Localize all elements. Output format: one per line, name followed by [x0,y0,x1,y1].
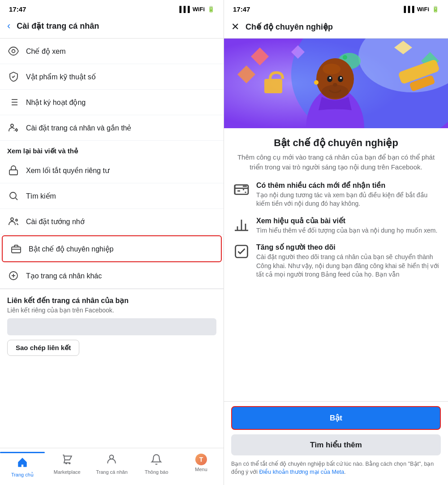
right-panel: 17:47 ▐▐▐ WiFi 🔋 ✕ Chế độ chuyên nghiệp [224,0,448,485]
link-bar [7,318,216,335]
left-status-icons: ▐▐▐ WiFi 🔋 [177,6,215,13]
menu-label-nhat-ky: Nhật ký hoạt động [26,98,86,107]
left-header: ‹ Cài đặt trang cá nhân [0,16,224,39]
svg-point-35 [323,64,340,74]
svg-point-19 [110,455,114,459]
nav-item-trang-chu[interactable]: Trang chủ [0,452,45,478]
feature-followers-text: Tăng số người theo dõi Cài đặt người the… [256,243,439,279]
search-icon [7,190,20,202]
right-battery-icon: 🔋 [432,6,439,13]
learn-more-button[interactable]: Tìm hiểu thêm [231,434,441,455]
left-panel: 17:47 ▐▐▐ WiFi 🔋 ‹ Cài đặt trang cá nhân… [0,0,224,485]
feature-insights-title: Xem hiệu quả của bài viết [256,217,437,225]
right-main-title: Bật chế độ chuyên nghiệp [233,137,439,149]
battery-icon: 🔋 [207,6,215,13]
right-wifi-icon: WiFi [417,6,429,13]
menu-item-xem-loi-tat[interactable]: Xem lối tắt quyền riêng tư [0,158,224,183]
bell-icon [151,454,162,468]
svg-rect-28 [264,79,282,93]
svg-point-0 [12,50,15,53]
right-status-icons: ▐▐▐ WiFi 🔋 [402,6,439,13]
menu-item-cai-dat-tuong-nho[interactable]: Cài đặt tướng nhớ [0,209,224,234]
svg-point-38 [338,76,343,82]
menu-avatar: T [195,454,207,465]
copy-link-button[interactable]: Sao chép liên kết [7,340,79,356]
lock-icon [7,164,20,177]
svg-point-39 [329,77,331,79]
link-section: Liên kết đến trang cá nhân của bạn Liên … [0,289,224,360]
feature-earn-money-title: Có thêm nhiều cách mới để nhận tiền [256,181,439,190]
svg-point-40 [340,77,342,79]
svg-point-36 [322,85,349,98]
nav-label-menu: Menu [195,467,207,472]
svg-line-11 [16,198,17,200]
feature-insights-desc: Tìm hiểu thêm về đối tượng của bạn và nộ… [256,226,437,235]
checkmark-icon [233,243,250,260]
svg-rect-9 [9,170,17,175]
footer-note: Bạn có thể tắt chế độ chuyên nghiệp bất … [231,460,441,476]
hero-image-content [224,39,448,128]
plus-circle-icon [7,269,20,282]
person-gear-icon [7,121,20,134]
feature-followers-desc: Cài đặt người theo dõi trang cá nhân của… [256,253,439,279]
nav-label-ca-nhan: Trang cá nhân [96,469,128,475]
close-button[interactable]: ✕ [231,21,239,33]
briefcase-icon [10,242,22,255]
feature-followers: Tăng số người theo dõi Cài đặt người the… [233,243,439,279]
right-footer: Bật Tìm hiểu thêm Bạn có thể tắt chế độ … [224,401,448,485]
right-status-bar: 17:47 ▐▐▐ WiFi 🔋 [224,0,448,16]
right-signal-icon: ▐▐▐ [402,6,414,13]
money-icon [233,181,250,198]
nav-item-thong-bao[interactable]: Thông báo [134,452,179,478]
menu-item-vat-pham[interactable]: Vật phẩm kỹ thuật số [0,64,224,90]
menu-label-tim-kiem: Tìm kiếm [26,192,56,200]
meta-terms-link[interactable]: Điều khoản thương mại của Meta [259,469,345,475]
hero-image [224,39,448,128]
menu-item-bat-chuyen-nghiep[interactable]: Bật chế độ chuyên nghiệp [2,235,222,262]
right-page-title: Chế độ chuyên nghiệp [246,22,333,32]
svg-rect-14 [12,247,21,253]
svg-point-37 [327,76,332,82]
section-label-review: Xem lại bài viết và thẻ [0,141,224,158]
nav-label-thong-bao: Thông báo [145,469,168,475]
feature-earn-money-desc: Tạo nội dung tương tác và xem bạn đủ điề… [256,191,439,208]
nav-label-trang-chu: Trang chủ [11,472,34,478]
back-button[interactable]: ‹ [7,20,10,32]
wifi-icon: WiFi [193,6,205,13]
feature-post-insights-text: Xem hiệu quả của bài viết Tìm hiểu thêm … [256,217,437,235]
nav-item-marketplace[interactable]: Marketplace [45,452,90,478]
menu-item-cai-dat-ca-nhan[interactable]: Cài đặt trang cá nhân và gắn thẻ [0,115,224,141]
nav-item-ca-nhan[interactable]: Trang cá nhân [90,452,134,478]
person-icon [106,454,117,468]
svg-point-41 [333,83,337,87]
left-page-title: Cài đặt trang cá nhân [17,21,99,31]
menu-label-bat-chuyen-nghiep: Bật chế độ chuyên nghiệp [29,245,113,253]
feature-earn-money-text: Có thêm nhiều cách mới để nhận tiền Tạo … [256,181,439,208]
svg-point-7 [11,124,13,127]
right-subtitle: Thêm công cụ mới vào trang cá nhân của b… [233,152,439,172]
home-icon [17,456,28,471]
link-section-subtitle: Liên kết riêng của bạn trên Facebook. [7,307,216,314]
nav-label-marketplace: Marketplace [54,469,81,475]
menu-label-cai-dat-tuong-nho: Cài đặt tướng nhớ [26,217,85,226]
right-content: Bật chế độ chuyên nghiệp Thêm công cụ mớ… [224,128,448,401]
menu-label-che-do-xem: Chế độ xem [26,47,65,56]
hero-illustration [224,39,448,128]
menu-item-che-do-xem[interactable]: Chế độ xem [0,39,224,64]
signal-icon: ▐▐▐ [177,6,190,13]
menu-item-tim-kiem[interactable]: Tìm kiếm [0,183,224,209]
shop-icon [61,454,73,468]
nav-item-menu[interactable]: T Menu [179,452,224,478]
right-time: 17:47 [233,5,250,13]
svg-point-10 [10,192,16,199]
menu-label-xem-loi-tat: Xem lối tắt quyền riêng tư [26,166,109,175]
enable-button[interactable]: Bật [231,406,441,430]
menu-label-tao-trang: Tạo trang cá nhân khác [26,272,102,280]
menu-item-nhat-ky[interactable]: Nhật ký hoạt động [0,90,224,115]
menu-item-tao-trang[interactable]: Tạo trang cá nhân khác [0,263,224,289]
right-header: ✕ Chế độ chuyên nghiệp [224,16,448,39]
left-menu-list: Chế độ xem Vật phẩm kỹ thuật số Nhật ký … [0,39,224,448]
feature-earn-money: Có thêm nhiều cách mới để nhận tiền Tạo … [233,181,439,208]
feature-followers-title: Tăng số người theo dõi [256,243,439,251]
svg-point-32 [343,55,347,60]
